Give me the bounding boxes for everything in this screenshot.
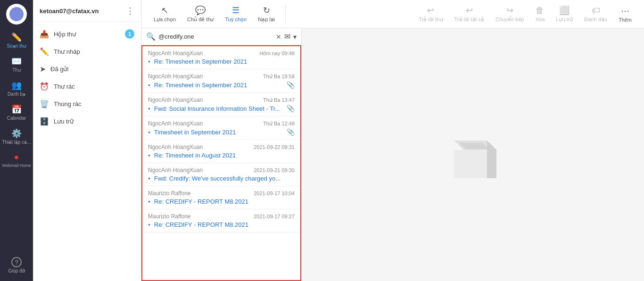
list-item[interactable]: NgocAnh HoangXuan Hôm nay 09:48 ● Re: Ti… (142, 46, 300, 69)
sidebar-label-spam: Thư rác (54, 83, 134, 90)
list-item[interactable]: NgocAnh HoangXuan Thứ Ba 19:58 ● Re: Tim… (142, 69, 300, 93)
webmail-icon: ● (14, 152, 19, 162)
archive-action-button[interactable]: ⬜ Lưu trữ (551, 2, 578, 25)
attachment-icon: 📎 (287, 105, 295, 112)
sidebar-header: ketoan07@cfatax.vn ⋮ (33, 0, 141, 22)
sidebar-label-drafts: Thư nháp (54, 48, 134, 55)
tag-icon: 🏷 (592, 6, 600, 16)
unread-dot: ● (148, 223, 150, 227)
calendar-icon: 📅 (11, 104, 22, 115)
email-time: Thứ Ba 12:48 (263, 121, 295, 127)
nav-item-mail[interactable]: ✉️ Thư (0, 52, 33, 76)
app-logo (6, 4, 27, 25)
search-mail-icon: ✉ (284, 32, 290, 41)
main-content: ↖ Lựa chọn 💬 Chủ đề thư ☰ Tuỳ chọn ↻ Nạp… (141, 0, 644, 281)
subject-button[interactable]: 💬 Chủ đề thư (182, 2, 218, 25)
delete-icon: 🗑 (536, 6, 544, 16)
sidebar-menu-button[interactable]: ⋮ (126, 6, 134, 16)
unread-dot: ● (148, 130, 150, 134)
settings-icon: ⚙️ (11, 128, 22, 139)
attachment-icon: 📎 (287, 128, 295, 136)
reply-all-icon: ↩ (466, 5, 473, 16)
sidebar-item-sent[interactable]: ➤ Đã gửi (33, 60, 141, 78)
sidebar-nav: 📥 Hộp thư 1 ✏️ Thư nháp ➤ Đã gửi ⏰ Thư r… (33, 22, 141, 133)
select-button[interactable]: ↖ Lựa chọn (149, 2, 181, 25)
email-subject: Re: Timesheet in September 2021 (154, 58, 295, 65)
nav-item-contacts[interactable]: 👥 Danh bạ (0, 76, 33, 100)
spam-icon: ⏰ (40, 82, 49, 91)
email-time: 2021-09-17 10:04 (254, 190, 295, 196)
list-item[interactable]: NgocAnh HoangXuan Thứ Ba 13:47 ● Fwd: So… (142, 93, 300, 116)
empty-state-illustration (435, 126, 511, 183)
toolbar-divider (285, 5, 286, 24)
reply-all-button[interactable]: ↩ Trả lời tất cả (450, 2, 489, 25)
preview-panel (302, 28, 644, 281)
email-sender: Maurizio Raffone (148, 190, 191, 197)
sidebar-label-trash: Thùng rác (54, 100, 134, 107)
nav-item-help[interactable]: ? Giúp đỡ (0, 253, 33, 277)
reload-button[interactable]: ↻ Nạp lại (253, 2, 280, 25)
user-email: ketoan07@cfatax.vn (40, 8, 99, 15)
unread-dot: ● (148, 153, 150, 157)
svg-marker-2 (487, 140, 496, 178)
email-time: Thứ Ba 13:47 (263, 97, 295, 103)
search-clear-button[interactable]: ✕ (276, 33, 281, 41)
sidebar-item-inbox[interactable]: 📥 Hộp thư 1 (33, 25, 141, 43)
email-subject: Re: CREDIFY - REPORT M8.2021 (154, 198, 295, 205)
left-navigation: ✏️ Soạn thư ✉️ Thư 👥 Danh bạ 📅 Calendar … (0, 0, 33, 281)
email-time: Hôm nay 09:48 (259, 50, 295, 56)
reply-icon: ↩ (427, 5, 434, 16)
email-subject: Re: Timesheet in August 2021 (154, 152, 295, 159)
custom-icon: ☰ (232, 5, 239, 16)
unread-dot: ● (148, 107, 150, 111)
delete-button[interactable]: 🗑 Xóa (531, 3, 550, 25)
forward-button[interactable]: ↪ Chuyển tiếp (491, 2, 528, 25)
email-subject: Fwd: Social Insurance Information Sheet … (154, 105, 285, 112)
email-time: Thứ Ba 19:58 (263, 74, 295, 80)
email-list-panel: 🔍 ✕ ✉ ▾ NgocAnh HoangXuan Hôm nay 09:48 … (141, 28, 302, 281)
sidebar-item-drafts[interactable]: ✏️ Thư nháp (33, 43, 141, 60)
list-item[interactable]: NgocAnh HoangXuan 2021-09-21 09:30 ● Fwd… (142, 163, 300, 186)
sidebar-item-archive[interactable]: 🗄️ Lưu trữ (33, 113, 141, 130)
sidebar-item-trash[interactable]: 🗑️ Thùng rác (33, 95, 141, 113)
empty-state-svg (435, 126, 511, 188)
unread-dot: ● (148, 176, 150, 181)
forward-icon: ↪ (506, 5, 513, 16)
list-item[interactable]: NgocAnh HoangXuan Thứ Ba 12:48 ● Timeshe… (142, 116, 300, 140)
email-sender: NgocAnh HoangXuan (148, 120, 203, 127)
contacts-icon: 👥 (11, 80, 22, 91)
drafts-icon: ✏️ (40, 47, 49, 56)
email-subject: Timesheet in September 2021 (154, 129, 285, 136)
reply-button[interactable]: ↩ Trả lời thư (414, 2, 447, 25)
nav-item-calendar[interactable]: 📅 Calendar (0, 100, 33, 124)
email-sender: NgocAnh HoangXuan (148, 50, 203, 57)
help-icon: ? (11, 257, 22, 267)
tag-button[interactable]: 🏷 Đánh dấu (579, 3, 612, 25)
more-button[interactable]: ⋯ Thêm (614, 3, 636, 25)
sidebar-item-spam[interactable]: ⏰ Thư rác (33, 78, 141, 95)
inbox-icon: 📥 (40, 30, 49, 39)
reload-icon: ↻ (263, 5, 270, 16)
list-item[interactable]: Maurizio Raffone 2021-09-17 09:27 ● Re: … (142, 209, 300, 232)
email-time: 2021-09-17 09:27 (254, 214, 295, 219)
subject-icon: 💬 (195, 5, 206, 16)
nav-item-webmail[interactable]: ● Webmail Home (0, 149, 33, 172)
nav-item-settings[interactable]: ⚙️ Thiết lập cấ... (0, 124, 33, 149)
email-time: 2021-09-22 09:31 (254, 144, 295, 150)
list-item[interactable]: Maurizio Raffone 2021-09-17 10:04 ● Re: … (142, 186, 300, 209)
custom-button[interactable]: ☰ Tuỳ chọn (221, 2, 252, 25)
search-bar: 🔍 ✕ ✉ ▾ (141, 28, 301, 45)
compose-icon: ✏️ (11, 32, 22, 42)
search-dropdown-button[interactable]: ▾ (293, 33, 297, 41)
list-item[interactable]: NgocAnh HoangXuan 2021-09-22 09:31 ● Re:… (142, 140, 300, 163)
email-list: NgocAnh HoangXuan Hôm nay 09:48 ● Re: Ti… (141, 45, 301, 281)
search-icon: 🔍 (146, 32, 156, 41)
search-input[interactable] (158, 33, 273, 40)
mail-icon: ✉️ (11, 56, 22, 66)
nav-item-compose[interactable]: ✏️ Soạn thư (0, 28, 33, 52)
unread-dot: ● (148, 199, 150, 204)
email-sender: NgocAnh HoangXuan (148, 167, 203, 174)
sidebar-label-archive: Lưu trữ (54, 118, 134, 125)
email-subject: Fwd: Credify: We've successfully charged… (154, 175, 295, 182)
email-subject: Re: Timesheet in September 2021 (154, 82, 285, 89)
